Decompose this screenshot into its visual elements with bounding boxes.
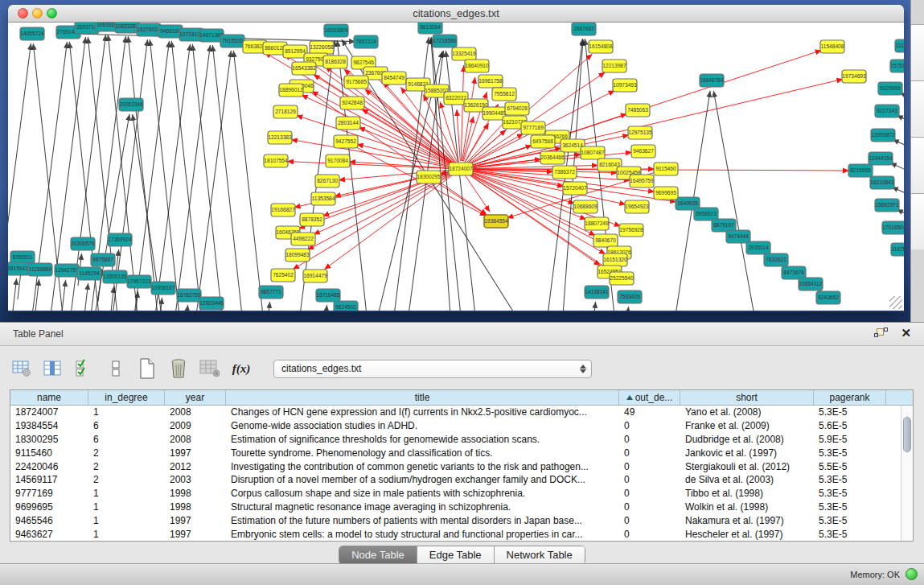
graph-node[interactable]: 12093872 — [871, 129, 895, 142]
table-cell[interactable]: 19384554 — [10, 419, 88, 433]
close-panel-icon[interactable]: ✕ — [901, 326, 911, 340]
table-row[interactable]: 911546021997Tourette syndrome. Phenomeno… — [10, 447, 913, 460]
table-cell[interactable]: 0 — [619, 528, 680, 541]
graph-node[interactable]: 9427552 — [334, 135, 358, 148]
graph-node[interactable]: 19734693 — [842, 70, 866, 83]
table-cell[interactable]: 2008 — [165, 406, 226, 419]
graph-node[interactable]: 15720407 — [563, 182, 587, 195]
table-cell[interactable]: 1998 — [165, 487, 226, 501]
graph-node[interactable]: 16782759 — [177, 289, 201, 302]
graph-node[interactable]: 18640910 — [465, 60, 489, 72]
table-cell[interactable]: Changes of HCN gene expression and I(f) … — [226, 406, 619, 419]
graph-node[interactable]: 10633287 — [115, 23, 139, 33]
table-cell[interactable]: 6 — [88, 419, 165, 433]
graph-node[interactable]: 6497568 — [531, 135, 555, 148]
graph-node[interactable]: 7386372 — [552, 166, 577, 179]
graph-node[interactable]: 17359924 — [108, 233, 132, 246]
function-icon[interactable]: f(x) — [231, 358, 252, 379]
graph-node[interactable]: 9857771 — [259, 286, 283, 299]
float-panel-icon[interactable] — [874, 328, 889, 340]
graph-node[interactable]: 2803144 — [336, 117, 360, 130]
column-header-pagerank[interactable]: pagerank — [814, 390, 886, 405]
scrollbar-thumb[interactable] — [903, 417, 911, 452]
table-cell[interactable]: Structural magnetic resonance image aver… — [226, 501, 619, 514]
graph-node[interactable]: 18896012 — [279, 84, 303, 97]
table-cell[interactable]: 1997 — [165, 514, 226, 528]
table-cell[interactable]: 1997 — [165, 528, 226, 541]
graph-node[interactable]: 12975135 — [628, 126, 652, 139]
table-cell[interactable]: 1 — [88, 487, 165, 501]
graph-node[interactable]: 20364486 — [540, 151, 565, 164]
table-cell[interactable]: 0 — [619, 501, 680, 514]
table-cell[interactable]: 5.9E-5 — [814, 433, 886, 447]
table-cell[interactable]: Dudbridge et al. (2008) — [680, 433, 814, 447]
clear-selection-icon[interactable] — [105, 358, 126, 379]
table-row[interactable]: 1456911722003Disruption of a novel membe… — [10, 473, 913, 487]
graph-node[interactable]: 12942757 — [55, 264, 79, 277]
network-window[interactable]: citations_edges.txt 18724007140557242769… — [8, 5, 904, 312]
graph-node[interactable]: 11353584 — [311, 192, 335, 205]
table-cell[interactable]: Disruption of a novel member of a sodium… — [226, 473, 619, 487]
network-canvas[interactable]: 1872400714055724276914362693718106332810… — [8, 23, 904, 311]
graph-node[interactable]: 17957223 — [127, 275, 151, 288]
graph-node[interactable]: 13325419 — [452, 47, 476, 60]
table-select-dropdown[interactable]: citations_edges.txt — [273, 360, 592, 378]
citation-network-graph[interactable]: 1872400714055724276914362693718106332810… — [8, 23, 904, 311]
table-row[interactable]: 1872400712008Changes of HCN gene express… — [10, 406, 913, 419]
table-cell[interactable]: 2012 — [165, 460, 226, 474]
graph-node[interactable]: 15692971 — [875, 199, 899, 212]
graph-node[interactable]: 8454749 — [382, 72, 406, 84]
table-cell[interactable]: Yano et al. (2008) — [680, 406, 814, 419]
graph-node[interactable]: 1145194 — [77, 267, 101, 280]
table-cell[interactable]: Estimation of significance thresholds fo… — [226, 433, 619, 447]
graph-node[interactable]: 8813054 — [418, 23, 442, 34]
table-cell[interactable]: 9465546 — [10, 514, 88, 528]
column-header-in-degree[interactable]: in_degree — [88, 390, 165, 405]
table-cell[interactable]: 2 — [88, 447, 165, 460]
graph-node[interactable]: 16961758 — [478, 75, 503, 88]
table-cell[interactable]: 5.3E-5 — [814, 473, 886, 487]
graph-node[interactable]: 17218586 — [433, 35, 457, 47]
graph-node[interactable]: 4498222 — [291, 233, 315, 245]
table-row[interactable]: 946554611997Estimation of the future num… — [10, 514, 913, 528]
graph-node[interactable]: 8186328 — [323, 56, 347, 68]
graph-node[interactable]: 19166827 — [271, 204, 295, 216]
table-cell[interactable]: Embryonic stem cells: a model to study s… — [226, 528, 619, 541]
table-cell[interactable]: Stergiakouli et al. (2012) — [680, 460, 814, 474]
graph-node-selected[interactable]: 19384554 — [484, 215, 508, 228]
graph-node[interactable]: 13226058 — [310, 41, 334, 54]
graph-node[interactable]: 8215955 — [848, 164, 873, 177]
table-cell[interactable]: 5.3E-5 — [814, 514, 886, 528]
table-cell[interactable]: 5.5E-5 — [814, 460, 886, 474]
table-settings-icon[interactable] — [11, 358, 32, 379]
table-cell[interactable]: 0 — [619, 433, 680, 447]
graph-node[interactable]: 2718126 — [273, 105, 298, 118]
table-cell[interactable]: Nakamura et al. (1997) — [680, 514, 814, 528]
column-header-short[interactable]: short — [680, 390, 814, 405]
table-cell[interactable]: 2008 — [165, 433, 226, 447]
table-cell[interactable]: 1 — [88, 514, 165, 528]
graph-node[interactable]: 11548408 — [820, 40, 844, 53]
column-header-out-de-[interactable]: out_de... — [619, 390, 680, 405]
table-cell[interactable]: Investigating the contribution of common… — [226, 460, 619, 474]
graph-node[interactable]: 19756928 — [619, 224, 643, 237]
graph-node[interactable]: 7915526 — [220, 35, 244, 47]
table-cell[interactable]: Corpus callosum shape and size in male p… — [226, 487, 619, 501]
delete-table-icon[interactable] — [199, 358, 220, 379]
table-cell[interactable]: Franke et al. (2009) — [680, 419, 814, 433]
column-header-year[interactable]: year — [165, 390, 226, 405]
graph-node[interactable]: 7632621 — [764, 253, 788, 266]
new-document-icon[interactable] — [137, 358, 158, 379]
table-cell[interactable]: 22420046 — [10, 460, 88, 474]
table-cell[interactable]: Tibbo et al. (1998) — [680, 487, 814, 501]
table-cell[interactable]: 18724007 — [10, 406, 88, 419]
graph-node[interactable]: 14055724 — [20, 27, 44, 40]
table-cell[interactable]: 2009 — [165, 419, 226, 433]
tab-network-table[interactable]: Network Table — [495, 546, 585, 564]
graph-node[interactable]: 9624502 — [334, 301, 358, 311]
table-row[interactable]: 969969511998Structural magnetic resonanc… — [10, 501, 913, 514]
table-cell[interactable]: 1997 — [165, 447, 226, 460]
select-all-icon[interactable] — [74, 358, 95, 379]
graph-node[interactable]: 9463627 — [631, 145, 655, 158]
table-row[interactable]: 2242004622012Investigating the contribut… — [10, 460, 913, 474]
